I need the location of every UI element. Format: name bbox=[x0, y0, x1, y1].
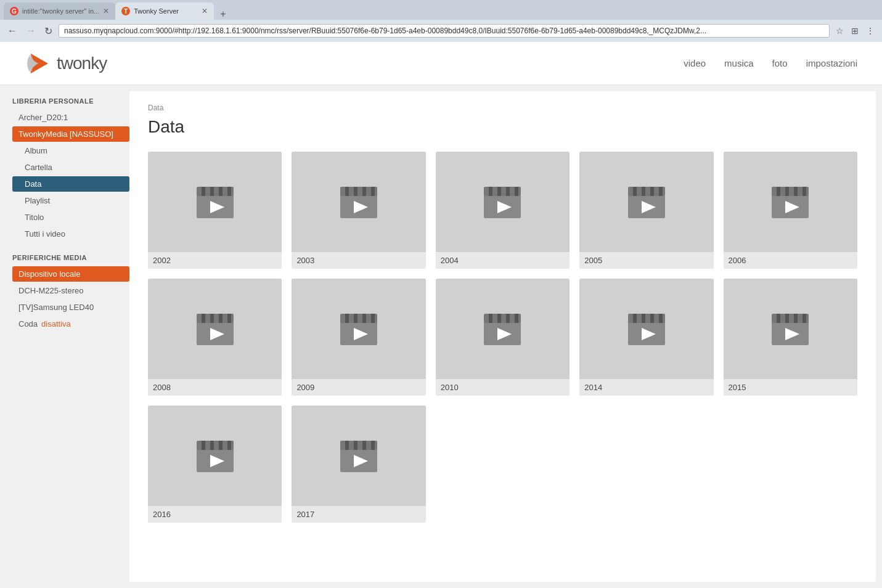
svg-rect-18 bbox=[497, 187, 501, 196]
clapperboard-icon bbox=[337, 184, 380, 221]
video-card-v2016[interactable]: 2016 bbox=[148, 406, 282, 523]
video-label-v2014: 2014 bbox=[579, 379, 713, 396]
svg-rect-46 bbox=[354, 314, 357, 323]
video-label-v2004: 2004 bbox=[436, 252, 570, 269]
app-header: twonky video musica foto impostazioni bbox=[0, 42, 882, 85]
clapperboard-icon bbox=[337, 311, 380, 348]
clapperboard-icon bbox=[481, 184, 524, 221]
nav-video[interactable]: video bbox=[684, 58, 706, 68]
svg-rect-62 bbox=[659, 314, 663, 323]
sidebar-item-playlist[interactable]: Playlist bbox=[12, 193, 129, 208]
svg-rect-12 bbox=[362, 187, 366, 196]
svg-rect-3 bbox=[202, 187, 205, 196]
svg-rect-26 bbox=[650, 187, 654, 196]
sidebar-item-titolo[interactable]: Titolo bbox=[12, 210, 129, 225]
sidebar-item-data[interactable]: Data bbox=[12, 176, 129, 192]
queue-label: Coda bbox=[18, 319, 38, 329]
svg-rect-76 bbox=[227, 441, 231, 450]
video-card-v2003[interactable]: 2003 bbox=[292, 152, 425, 269]
tab-close-1[interactable]: ✕ bbox=[103, 7, 109, 15]
address-text: nassuso.myqnapcloud.com:9000/#http://192… bbox=[64, 27, 824, 35]
video-card-v2015[interactable]: 2015 bbox=[724, 279, 857, 396]
back-button[interactable]: ← bbox=[5, 24, 20, 38]
sidebar: LIBRERIA PERSONALE Archer_D20:1 TwonkyMe… bbox=[0, 85, 129, 588]
browser-toolbar: ← → ↻ nassuso.myqnapcloud.com:9000/#http… bbox=[0, 20, 882, 42]
video-thumb-v2015 bbox=[724, 279, 857, 379]
video-thumb-v2010 bbox=[436, 279, 570, 379]
svg-rect-54 bbox=[506, 314, 510, 323]
forward-button[interactable]: → bbox=[23, 24, 38, 38]
reload-button[interactable]: ↻ bbox=[42, 24, 55, 38]
svg-rect-39 bbox=[210, 314, 214, 323]
clapperboard-icon bbox=[481, 311, 524, 348]
svg-rect-6 bbox=[227, 187, 231, 196]
sidebar-item-tutti[interactable]: Tutti i video bbox=[12, 226, 129, 242]
video-thumb-v2005 bbox=[579, 152, 713, 252]
extensions-icon[interactable]: ⊞ bbox=[849, 25, 861, 37]
menu-icon[interactable]: ⋮ bbox=[864, 25, 877, 37]
video-card-v2002[interactable]: 2002 bbox=[148, 152, 282, 269]
sidebar-item-locale[interactable]: Dispositivo locale bbox=[12, 266, 129, 282]
queue-status[interactable]: disattiva bbox=[41, 319, 71, 329]
video-thumb-v2004 bbox=[436, 152, 570, 252]
sidebar-section-libreria: LIBRERIA PERSONALE Archer_D20:1 TwonkyMe… bbox=[12, 97, 129, 242]
svg-rect-11 bbox=[354, 187, 357, 196]
nav-foto[interactable]: foto bbox=[772, 58, 788, 68]
tab-close-2[interactable]: ✕ bbox=[202, 7, 208, 15]
clapperboard-icon bbox=[194, 438, 237, 475]
svg-rect-80 bbox=[345, 441, 349, 450]
nav-musica[interactable]: musica bbox=[724, 58, 754, 68]
video-card-v2005[interactable]: 2005 bbox=[579, 152, 713, 269]
svg-rect-69 bbox=[802, 314, 806, 323]
svg-rect-27 bbox=[659, 187, 663, 196]
svg-rect-74 bbox=[210, 441, 214, 450]
svg-rect-66 bbox=[777, 314, 780, 323]
app-container: twonky video musica foto impostazioni LI… bbox=[0, 42, 882, 588]
svg-rect-48 bbox=[371, 314, 375, 323]
sidebar-item-twonkymedia[interactable]: TwonkyMedia [NASSUSO] bbox=[12, 126, 129, 142]
svg-rect-10 bbox=[345, 187, 349, 196]
video-card-v2014[interactable]: 2014 bbox=[579, 279, 713, 396]
logo-icon bbox=[25, 49, 54, 78]
sidebar-item-album[interactable]: Album bbox=[12, 143, 129, 158]
sidebar-item-archer[interactable]: Archer_D20:1 bbox=[12, 110, 129, 125]
video-label-v2008: 2008 bbox=[148, 379, 282, 396]
sidebar-item-cartella[interactable]: Cartella bbox=[12, 160, 129, 175]
browser-tab-2[interactable]: T Twonky Server ✕ bbox=[115, 2, 214, 20]
video-card-v2006[interactable]: 2006 bbox=[724, 152, 857, 269]
sidebar-item-dch[interactable]: DCH-M225-stereo bbox=[12, 283, 129, 298]
clapperboard-icon bbox=[337, 438, 380, 475]
svg-rect-73 bbox=[202, 441, 205, 450]
video-thumb-v2008 bbox=[148, 279, 282, 379]
address-bar[interactable]: nassuso.myqnapcloud.com:9000/#http://192… bbox=[59, 24, 830, 38]
sidebar-queue: Coda disattiva bbox=[12, 316, 129, 332]
svg-rect-67 bbox=[785, 314, 789, 323]
video-label-v2002: 2002 bbox=[148, 252, 282, 269]
video-card-v2008[interactable]: 2008 bbox=[148, 279, 282, 396]
tab-label-2: Twonky Server bbox=[134, 7, 179, 15]
bookmark-icon[interactable]: ☆ bbox=[833, 25, 846, 37]
video-thumb-v2017 bbox=[292, 406, 425, 506]
browser-tab-1[interactable]: G intitle:"twonky server" in... ✕ bbox=[4, 2, 115, 20]
nav-impostazioni[interactable]: impostazioni bbox=[806, 58, 857, 68]
svg-rect-75 bbox=[219, 441, 223, 450]
sidebar-item-samsung[interactable]: [TV]Samsung LED40 bbox=[12, 300, 129, 315]
video-card-v2017[interactable]: 2017 bbox=[292, 406, 425, 523]
svg-rect-45 bbox=[345, 314, 349, 323]
svg-rect-33 bbox=[794, 187, 798, 196]
video-card-v2010[interactable]: 2010 bbox=[436, 279, 570, 396]
video-label-v2006: 2006 bbox=[724, 252, 857, 269]
video-card-v2004[interactable]: 2004 bbox=[436, 152, 570, 269]
svg-rect-24 bbox=[633, 187, 637, 196]
header-nav: video musica foto impostazioni bbox=[684, 58, 857, 68]
svg-rect-83 bbox=[371, 441, 375, 450]
video-card-v2009[interactable]: 2009 bbox=[292, 279, 425, 396]
content-area: Data Data 2002 bbox=[129, 91, 876, 582]
svg-rect-13 bbox=[371, 187, 375, 196]
tab-favicon-2: T bbox=[121, 7, 130, 15]
clapperboard-icon bbox=[769, 311, 812, 348]
svg-rect-47 bbox=[362, 314, 366, 323]
svg-rect-17 bbox=[489, 187, 492, 196]
video-thumb-v2006 bbox=[724, 152, 857, 252]
new-tab-button[interactable]: + bbox=[216, 9, 229, 20]
